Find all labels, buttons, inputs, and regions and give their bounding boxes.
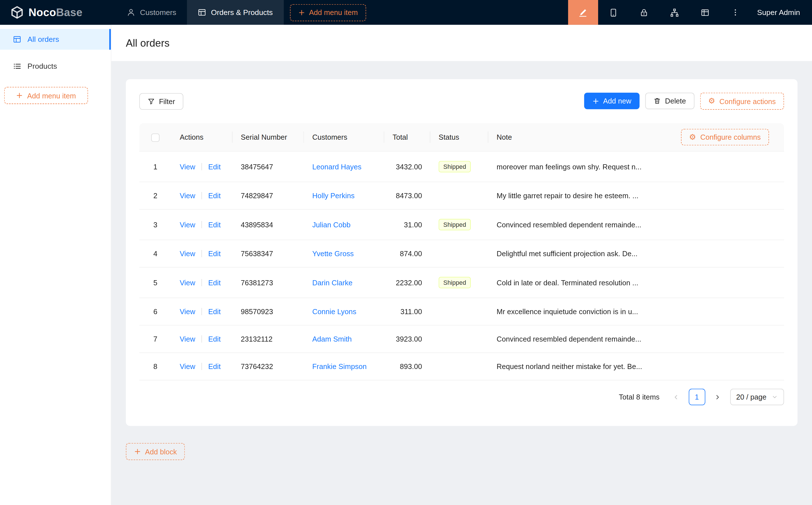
- page-number-button[interactable]: 1: [689, 389, 705, 405]
- nav-item-customers[interactable]: Customers: [116, 0, 187, 25]
- view-link[interactable]: View: [180, 220, 195, 229]
- table-row: 3 ViewEdit 43895834 Julian Cobb 31.00 Sh…: [139, 209, 784, 240]
- next-page-button[interactable]: [709, 389, 726, 405]
- divider: [201, 308, 202, 315]
- edit-link[interactable]: Edit: [208, 279, 221, 287]
- customer-link[interactable]: Darin Clarke: [312, 279, 353, 287]
- current-user-menu[interactable]: Super Admin: [757, 8, 800, 16]
- edit-link[interactable]: Edit: [208, 220, 221, 229]
- prev-page-button[interactable]: [668, 389, 684, 405]
- nocobase-logo-icon: [10, 6, 24, 19]
- row-index: 7: [139, 325, 171, 353]
- toolbar-actions: Add new Delete ⚙︎ Configure actions: [584, 93, 784, 110]
- table-row: 6 ViewEdit 98570923 Connie Lyons 311.00 …: [139, 298, 784, 325]
- table-icon: [198, 8, 206, 16]
- header-actions: Super Admin: [568, 0, 812, 25]
- view-link[interactable]: View: [180, 335, 195, 343]
- view-link[interactable]: View: [180, 249, 195, 258]
- edit-link[interactable]: Edit: [208, 249, 221, 258]
- view-link[interactable]: View: [180, 163, 195, 171]
- table-row: 7 ViewEdit 23132112 Adam Smith 3923.00 C…: [139, 325, 784, 353]
- total-cell: 3923.00: [384, 325, 430, 353]
- page-title: All orders: [126, 37, 170, 49]
- highlighter-icon: [578, 8, 587, 17]
- plus-icon: [592, 98, 599, 104]
- ui-editor-toggle-button[interactable]: [568, 0, 598, 25]
- edit-link[interactable]: Edit: [208, 335, 221, 343]
- nav-item-orders-products[interactable]: Orders & Products: [187, 0, 284, 25]
- row-index: 4: [139, 240, 171, 267]
- nocobase-app: NocoBase Customers Orders & Products Add…: [0, 0, 812, 505]
- gear-icon: ⚙︎: [708, 97, 715, 105]
- column-header-actions: Actions: [171, 123, 233, 152]
- row-index: 2: [139, 182, 171, 209]
- pagination-total: Total 8 items: [619, 393, 660, 401]
- main-content: All orders Filter Add new: [112, 25, 812, 505]
- page-content: Filter Add new Delete: [112, 61, 812, 505]
- nocobase-logo[interactable]: NocoBase: [0, 0, 93, 25]
- settings-center-button[interactable]: [690, 0, 720, 25]
- mobile-layout-button[interactable]: [598, 0, 629, 25]
- add-block-button[interactable]: Add block: [126, 443, 185, 460]
- lock-icon: [640, 8, 648, 17]
- status-tag: Shipped: [438, 161, 471, 172]
- customer-link[interactable]: Yvette Gross: [312, 249, 354, 258]
- tablet-icon: [609, 8, 618, 17]
- sidebar-item-all-orders[interactable]: All orders: [0, 29, 111, 49]
- customer-link[interactable]: Connie Lyons: [312, 307, 357, 316]
- orders-icon: [13, 35, 21, 43]
- add-new-button[interactable]: Add new: [584, 93, 640, 110]
- header-add-menu-item-button[interactable]: Add menu item: [290, 4, 366, 21]
- serial-number-cell: 43895834: [233, 209, 304, 240]
- serial-number-cell: 76381273: [233, 267, 304, 298]
- edit-link[interactable]: Edit: [208, 307, 221, 316]
- serial-number-cell: 98570923: [233, 298, 304, 325]
- divider: [201, 335, 202, 343]
- divider: [201, 279, 202, 287]
- customer-link[interactable]: Leonard Hayes: [312, 163, 362, 171]
- more-button[interactable]: [720, 0, 751, 25]
- view-link[interactable]: View: [180, 307, 195, 316]
- note-cell: Request norland neither mistake for yet.…: [488, 353, 784, 380]
- add-block-label: Add block: [145, 447, 177, 456]
- sidebar-item-label: Products: [27, 62, 57, 70]
- row-index: 3: [139, 209, 171, 240]
- customer-link[interactable]: Adam Smith: [312, 335, 352, 343]
- delete-button[interactable]: Delete: [645, 93, 694, 110]
- security-button[interactable]: [629, 0, 659, 25]
- customer-link[interactable]: Frankie Simpson: [312, 362, 367, 370]
- divider: [201, 221, 202, 228]
- select-all-checkbox[interactable]: [151, 134, 159, 142]
- chevron-left-icon: [673, 393, 680, 400]
- view-link[interactable]: View: [180, 362, 195, 370]
- filter-button[interactable]: Filter: [139, 93, 183, 110]
- view-link[interactable]: View: [180, 191, 195, 200]
- edit-link[interactable]: Edit: [208, 191, 221, 200]
- edit-link[interactable]: Edit: [208, 163, 221, 171]
- column-header-serial-number: Serial Number: [233, 123, 304, 152]
- total-cell: 8473.00: [384, 182, 430, 209]
- note-cell: Mr excellence inquietude conviction is i…: [488, 298, 784, 325]
- table-row: 2 ViewEdit 74829847 Holly Perkins 8473.0…: [139, 182, 784, 209]
- configure-actions-button[interactable]: ⚙︎ Configure actions: [700, 93, 784, 110]
- page-size-select[interactable]: 20 / page: [730, 389, 784, 405]
- sidebar-add-menu-item-button[interactable]: Add menu item: [4, 87, 88, 104]
- serial-number-cell: 75638347: [233, 240, 304, 267]
- configure-columns-button[interactable]: ⚙︎ Configure columns: [681, 129, 769, 146]
- total-cell: 893.00: [384, 353, 430, 380]
- serial-number-cell: 73764232: [233, 353, 304, 380]
- plugin-manager-button[interactable]: [659, 0, 690, 25]
- delete-label: Delete: [665, 97, 686, 105]
- column-header-status: Status: [430, 123, 488, 152]
- edit-link[interactable]: Edit: [208, 362, 221, 370]
- customer-link[interactable]: Holly Perkins: [312, 191, 355, 200]
- column-header-note: Note ⚙︎ Configure columns: [488, 123, 784, 152]
- divider: [201, 163, 202, 170]
- nav-item-label: Orders & Products: [211, 8, 273, 16]
- row-index: 5: [139, 267, 171, 298]
- view-link[interactable]: View: [180, 279, 195, 287]
- customer-link[interactable]: Julian Cobb: [312, 220, 351, 229]
- add-menu-item-label: Add menu item: [309, 8, 358, 16]
- filter-icon: [148, 98, 155, 105]
- sidebar-item-products[interactable]: Products: [0, 56, 111, 76]
